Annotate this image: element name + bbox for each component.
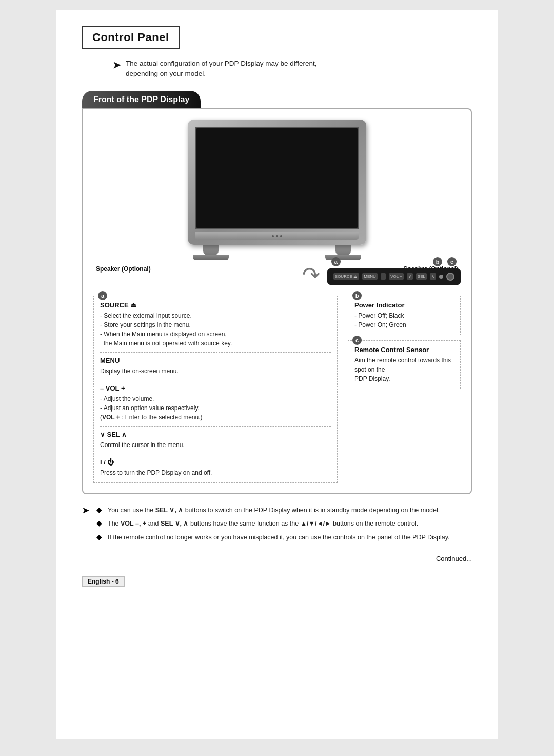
- bottom-arrow-icon: ➤: [82, 506, 92, 515]
- vol-minus-btn: –: [381, 273, 386, 280]
- note-item-1: ◆ You can use the SEL ∨, ∧ buttons to sw…: [96, 506, 450, 515]
- source-btn: SOURCE ⏏: [333, 273, 359, 280]
- bullet-icon-3: ◆: [96, 533, 105, 541]
- badge-b: b: [433, 257, 442, 266]
- tv-stand: [188, 245, 366, 255]
- note-item-2: ◆ The VOL –, + and SEL ∨, ∧ buttons have…: [96, 519, 450, 529]
- tv-stand-leg-left: [203, 245, 219, 255]
- note-text-1: You can use the SEL ∨, ∧ buttons to swit…: [108, 506, 440, 515]
- menu-title: MENU: [100, 357, 331, 364]
- power-text: Press to turn the PDP Display on and off…: [100, 468, 331, 477]
- badge-b-box: b: [352, 291, 362, 300]
- badge-c: c: [447, 257, 457, 266]
- abc-row: a b c: [327, 257, 461, 266]
- badge-a: a: [331, 257, 341, 266]
- info-box-b: b Power Indicator - Power Off; Black - P…: [348, 296, 461, 335]
- menu-btn: MENU: [362, 273, 378, 280]
- page: Control Panel ➤ The actual configuration…: [56, 10, 498, 739]
- remote-sensor-text: Aim the remote control towards this spot…: [354, 356, 454, 383]
- a-label-area: a: [331, 257, 341, 266]
- sel-up-btn: ∧: [430, 273, 436, 280]
- sel-title: ∨ SEL ∧: [100, 431, 331, 438]
- right-col: b Power Indicator - Power Off; Black - P…: [348, 296, 461, 483]
- note-bullets: ◆ You can use the SEL ∨, ∧ buttons to sw…: [96, 506, 450, 547]
- sel-text: Control the cursor in the menu.: [100, 440, 331, 450]
- power-title: I / ⏻: [100, 458, 331, 466]
- control-strip-container: a b c SOURCE ⏏ MENU – VOL + ∨ SEL ∧: [327, 257, 461, 285]
- vol-plus-btn: VOL +: [389, 273, 404, 280]
- zoom-area: ↷ a b c SOURCE ⏏ MENU – VOL +: [93, 257, 461, 287]
- note-text: The actual configuration of your PDP Dis…: [126, 59, 316, 80]
- pdp-section: Speaker (Optional) Speaker (Optional) ↷ …: [82, 108, 472, 494]
- vol-title: – VOL +: [100, 384, 331, 392]
- note-item-3: ◆ If the remote control no longer works …: [96, 533, 450, 542]
- page-footer: English - 6: [82, 573, 472, 587]
- note-section: ➤ The actual configuration of your PDP D…: [113, 59, 472, 80]
- pdp-subtitle: Front of the PDP Display: [93, 95, 189, 104]
- tv-outer: [188, 120, 366, 245]
- page-title: Control Panel: [82, 26, 180, 49]
- tv-illustration: [93, 120, 461, 260]
- note-text-3: If the remote control no longer works or…: [108, 533, 450, 542]
- note-arrow-row: ➤ ◆ You can use the SEL ∨, ∧ buttons to …: [82, 506, 472, 547]
- pdp-header: Front of the PDP Display: [82, 91, 201, 108]
- bullet-icon-2: ◆: [96, 519, 105, 527]
- info-row: a SOURCE ⏏ - Select the external input s…: [93, 296, 461, 483]
- tv-dot: [280, 235, 282, 237]
- info-box-c: c Remote Control Sensor Aim the remote c…: [348, 340, 461, 389]
- info-box-a: a SOURCE ⏏ - Select the external input s…: [93, 296, 338, 483]
- sel-down-btn: ∨: [407, 273, 413, 280]
- tv-stand-leg-right: [335, 245, 351, 255]
- control-strip: SOURCE ⏏ MENU – VOL + ∨ SEL ∧: [327, 268, 461, 285]
- tv-screen: [195, 127, 359, 229]
- bullet-icon-1: ◆: [96, 506, 105, 514]
- tv-dot: [276, 235, 278, 237]
- source-title: SOURCE ⏏: [100, 301, 331, 309]
- badge-c-box: c: [352, 336, 362, 345]
- menu-text: Display the on-screen menu.: [100, 366, 331, 376]
- tv-bottom-bar: [195, 232, 359, 240]
- power-indicator-items: - Power Off; Black - Power On; Green: [354, 311, 454, 329]
- bc-label-area: b c: [433, 257, 457, 266]
- continued-text: Continued...: [82, 555, 472, 563]
- sel-label: SEL: [416, 273, 427, 280]
- source-items: - Select the external input source. - St…: [100, 311, 331, 348]
- bottom-notes: ➤ ◆ You can use the SEL ∨, ∧ buttons to …: [82, 506, 472, 547]
- power-indicator-led: [439, 275, 443, 279]
- tv-dot: [272, 235, 274, 237]
- footer-label: English - 6: [82, 576, 125, 587]
- note-text-2: The VOL –, + and SEL ∨, ∧ buttons have t…: [108, 519, 418, 529]
- remote-sensor-title: Remote Control Sensor: [354, 346, 454, 354]
- zoom-arrow-icon: ↷: [302, 262, 320, 287]
- arrow-icon: ➤: [113, 60, 121, 71]
- power-indicator-title: Power Indicator: [354, 301, 454, 309]
- badge-a-box: a: [98, 291, 107, 300]
- tv-wrapper: [188, 120, 366, 260]
- power-button: [446, 273, 454, 281]
- vol-items: - Adjust the volume. - Adjust an option …: [100, 394, 331, 422]
